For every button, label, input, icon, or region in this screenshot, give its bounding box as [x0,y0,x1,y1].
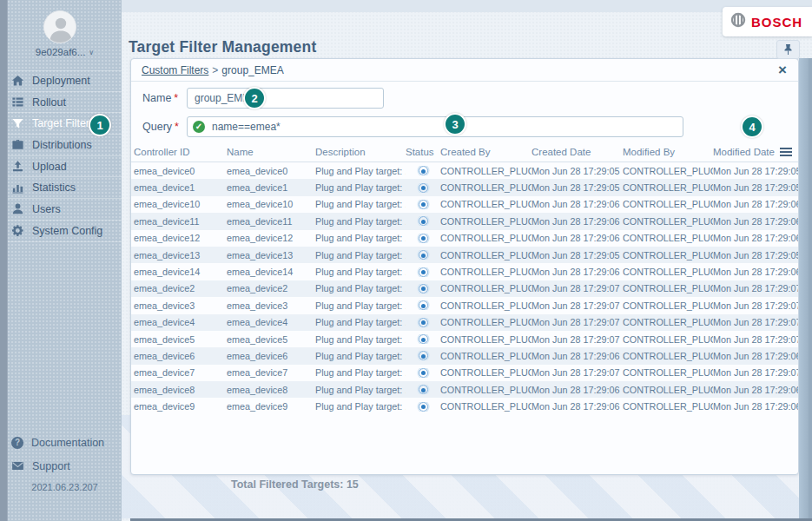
rollout-icon [11,96,24,109]
cell-status [406,385,440,394]
cell-modified-date: Mon Jun 28 17:29:07 ... [713,317,798,327]
sidebar-item-statistics[interactable]: Statistics [8,177,122,199]
cell-modified-date: Mon Jun 28 17:29:06 ... [713,401,798,412]
cell-modified-date: Mon Jun 28 17:29:06 ... [713,216,798,227]
cell-controller-id: emea_device11 [131,216,227,227]
column-header-name[interactable]: Name [227,147,315,157]
cell-status [406,200,440,209]
table-row[interactable]: emea_device10emea_device10Plug and Play … [131,196,798,213]
cell-status [406,234,440,243]
cell-name: emea_device11 [227,216,315,227]
window-right-edge [809,58,812,521]
cell-created-by: CONTROLLER_PLUG_... [440,267,531,277]
sidebar-item-distributions[interactable]: Distributions [8,135,122,156]
table-row[interactable]: emea_device7emea_device7Plug and Play ta… [131,365,798,381]
breadcrumb-link-custom-filters[interactable]: Custom Filters [142,64,208,76]
table-menu-icon[interactable] [779,147,793,157]
cell-modified-date: Mon Jun 28 17:29:07 ... [713,283,798,293]
chevron-down-icon: ∨ [89,49,94,56]
upload-icon [11,160,24,173]
sidebar-nav: DeploymentRolloutTarget FiltersDistribut… [8,70,122,242]
sidebar-item-label: Upload [32,161,67,173]
table-row[interactable]: emea_device5emea_device5Plug and Play ta… [131,331,798,347]
cell-controller-id: emea_device7 [131,367,227,378]
cell-name: emea_device6 [227,351,315,361]
table-row[interactable]: emea_device9emea_device9Plug and Play ta… [131,398,798,414]
cell-modified-date: Mon Jun 28 17:29:06 ... [713,385,798,395]
column-header-controller-id[interactable]: Controller ID [131,147,227,157]
table-row[interactable]: emea_device0emea_device0Plug and Play ta… [131,162,798,179]
cell-created-date: Mon Jun 28 17:29:07 ... [531,300,623,311]
table-row[interactable]: emea_device3emea_device3Plug and Play ta… [131,297,798,313]
column-header-modified-date[interactable]: Modified Date [713,147,779,157]
annotation-badge-4: 4 [741,115,763,138]
status-online-icon [419,318,428,327]
column-header-created-date[interactable]: Created Date [531,147,623,157]
name-input[interactable] [187,88,384,109]
envelope-icon [11,459,24,472]
user-menu[interactable]: 9e029af6...∨ [8,47,122,57]
required-asterisk: * [174,92,178,104]
table-body: emea_device0emea_device0Plug and Play ta… [131,162,798,415]
query-input[interactable] [187,116,683,137]
cell-description: Plug and Play target: ... [315,216,406,227]
sidebar-item-label: Target Filters [32,117,95,129]
cell-modified-date: Mon Jun 28 17:29:05 ... [713,166,798,176]
sidebar: 9e029af6...∨ DeploymentRolloutTarget Fil… [0,0,122,521]
cell-created-date: Mon Jun 28 17:29:06 ... [531,385,623,395]
table-row[interactable]: emea_device6emea_device6Plug and Play ta… [131,347,798,364]
cell-controller-id: emea_device6 [131,351,227,361]
sidebar-item-upload[interactable]: Upload [8,156,122,178]
sidebar-item-users[interactable]: Users [8,199,122,221]
cell-name: emea_device3 [227,300,315,311]
status-online-icon [419,300,428,310]
sidebar-item-documentation[interactable]: ?Documentation [8,431,122,454]
total-filtered-targets: Total Filtered Targets: 15 [231,478,359,491]
cell-created-by: CONTROLLER_PLUG_... [440,182,531,193]
cell-name: emea_device13 [227,250,315,260]
cell-created-by: CONTROLLER_PLUG_... [440,199,531,209]
vertical-scrollbar[interactable] [799,58,809,521]
cell-description: Plug and Play target: ... [315,317,406,327]
column-header-status[interactable]: Status [406,147,440,157]
table-row[interactable]: emea_device2emea_device2Plug and Play ta… [131,280,798,297]
cell-modified-by: CONTROLLER_PLUG_... [623,317,713,327]
version-label: 2021.06.23.207 [8,482,122,492]
cell-modified-date: Mon Jun 28 17:29:06 ... [713,267,798,277]
table-row[interactable]: emea_device13emea_device13Plug and Play … [131,247,798,263]
sidebar-item-support[interactable]: Support [8,454,122,478]
table-row[interactable]: emea_device1emea_device1Plug and Play ta… [131,179,798,195]
close-icon[interactable]: × [774,62,791,79]
status-online-icon [419,267,428,277]
cell-status [406,183,440,193]
sidebar-item-deployment[interactable]: Deployment [8,70,122,92]
cell-created-by: CONTROLLER_PLUG_... [440,283,531,293]
avatar[interactable] [43,10,76,43]
table-row[interactable]: emea_device4emea_device4Plug and Play ta… [131,314,798,331]
table-row[interactable]: emea_device11emea_device11Plug and Play … [131,213,798,229]
cell-status [406,250,440,260]
cell-modified-by: CONTROLLER_PLUG_... [623,367,713,378]
cell-status [406,334,440,344]
cell-description: Plug and Play target: ... [315,385,406,395]
table-row[interactable]: emea_device14emea_device14Plug and Play … [131,263,798,280]
pin-button[interactable] [776,40,800,59]
cell-controller-id: emea_device14 [131,267,227,277]
table-row[interactable]: emea_device8emea_device8Plug and Play ta… [131,381,798,398]
sidebar-item-system-config[interactable]: System Config [8,221,122,242]
column-header-description[interactable]: Description [315,147,406,157]
table-header: Controller IDNameDescriptionStatusCreate… [131,142,798,162]
column-header-created-by[interactable]: Created By [440,147,531,157]
cell-modified-date: Mon Jun 28 17:29:05 ... [713,182,798,193]
breadcrumb-separator: > [212,64,218,76]
table-row[interactable]: emea_device12emea_device12Plug and Play … [131,230,798,247]
cell-description: Plug and Play target: ... [315,401,406,412]
cell-modified-by: CONTROLLER_PLUG_... [623,233,713,243]
cell-controller-id: emea_device13 [131,250,227,260]
sidebar-item-rollout[interactable]: Rollout [8,92,122,114]
column-header-modified-by[interactable]: Modified By [623,147,713,157]
cell-created-by: CONTROLLER_PLUG_... [440,401,531,412]
cell-modified-by: CONTROLLER_PLUG_... [623,385,713,395]
required-asterisk: * [175,121,179,133]
pin-icon [782,43,794,56]
